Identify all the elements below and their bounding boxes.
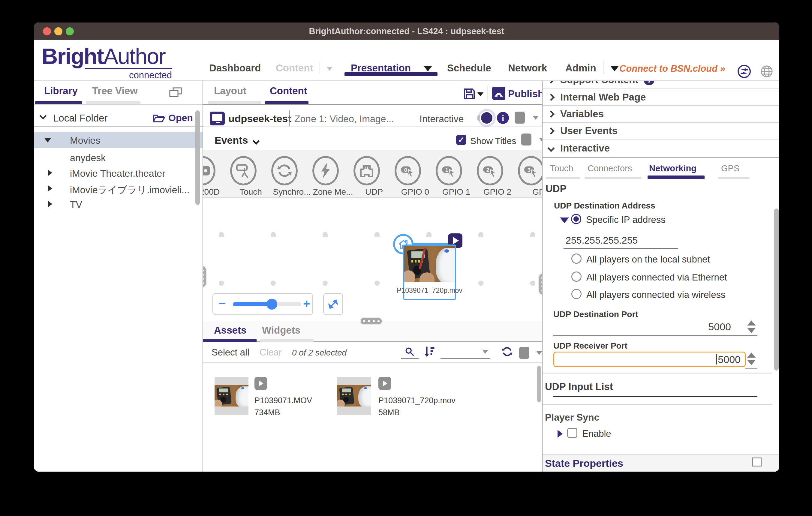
sidebar-scrollbar[interactable] [195, 111, 200, 205]
titles-dropdown-icon[interactable] [539, 138, 543, 142]
panel-resize-handle[interactable] [538, 273, 543, 295]
radio-label[interactable]: All players connected via Ethernet [586, 272, 727, 283]
presentation-dropdown-icon[interactable] [424, 66, 432, 71]
admin-dropdown-icon[interactable] [611, 66, 618, 71]
content-dropdown-icon[interactable] [326, 67, 332, 71]
event-synchronize[interactable]: Synchro... [271, 150, 312, 198]
tab-connectors[interactable]: Connectors [587, 163, 632, 173]
specific-ip-radio[interactable] [571, 214, 581, 224]
asset-color-swatch[interactable] [519, 347, 529, 359]
udp-input-list-field[interactable] [553, 396, 757, 397]
fit-canvas-button[interactable] [323, 293, 343, 315]
expand-icon[interactable] [48, 170, 52, 176]
nav-content[interactable]: Content [276, 62, 313, 74]
tree-row[interactable]: anydesk [34, 149, 203, 165]
filter-dropdown[interactable] [440, 358, 490, 359]
section-user-events[interactable]: User Events [543, 123, 779, 139]
presentation-canvas[interactable]: P1039071_720p.mov − + [203, 198, 543, 321]
selected-media-card[interactable]: P1039071_720p.mov [403, 244, 456, 300]
tree-row[interactable]: iMovieライブラリ.imovieli... [34, 181, 203, 196]
tree-root-label[interactable]: Movies [70, 135, 100, 146]
event-gpio2[interactable]: 2 GPIO 2 [477, 150, 518, 198]
zone-color-swatch[interactable] [515, 112, 525, 124]
event-touch[interactable]: Touch [230, 150, 271, 198]
close-window-icon[interactable] [43, 27, 51, 35]
event-gpio3[interactable]: 3 GP [518, 150, 543, 198]
dest-port-stepper[interactable] [745, 321, 757, 333]
expand-icon[interactable] [48, 185, 52, 192]
interactive-toggle-knob[interactable] [480, 111, 494, 125]
open-button[interactable]: Open [168, 113, 193, 124]
transfer-icon[interactable] [737, 64, 751, 80]
zoom-slider-knob[interactable] [266, 299, 277, 310]
tab-tree-view[interactable]: Tree View [92, 85, 138, 97]
tree-row[interactable]: iMovie Theater.theater [34, 165, 203, 181]
sort-icon[interactable] [423, 345, 436, 359]
maximize-window-icon[interactable] [66, 27, 74, 35]
zoom-out-button[interactable]: − [219, 296, 226, 310]
zoom-in-button[interactable]: + [303, 297, 310, 310]
player-sync-enable-checkbox[interactable] [567, 428, 577, 438]
connect-bsn-link[interactable]: Connect to BSN.cloud » [619, 63, 725, 74]
enable-label[interactable]: Enable [582, 428, 611, 439]
specific-ip-label[interactable]: Specific IP address [586, 214, 666, 225]
publish-icon[interactable] [492, 86, 505, 101]
receiver-port-input-focused[interactable]: 5000 [553, 352, 746, 367]
filter-dropdown-icon[interactable] [482, 350, 488, 354]
video-thumbnail[interactable] [214, 377, 249, 415]
event-gpio1[interactable]: 1 GPIO 1 [436, 150, 477, 198]
open-folder-icon[interactable] [152, 113, 165, 125]
assets-resize-handle[interactable] [360, 317, 383, 325]
titles-color-swatch[interactable] [521, 133, 531, 146]
section-internal-web-page[interactable]: Internal Web Page [543, 89, 779, 105]
events-collapse-icon[interactable] [252, 138, 260, 145]
expand-icon[interactable] [557, 430, 563, 438]
select-all-button[interactable]: Select all [211, 347, 249, 358]
radio-label[interactable]: All players connected via wireless [586, 290, 726, 300]
globe-icon[interactable] [760, 65, 773, 79]
receiver-port-stepper[interactable] [745, 353, 757, 365]
asset-dropdown-icon[interactable] [536, 351, 542, 355]
search-icon[interactable] [404, 345, 415, 359]
section-variables[interactable]: Variables [543, 106, 779, 122]
ethernet-radio[interactable] [571, 272, 582, 282]
event-udp[interactable]: UDP [353, 150, 395, 198]
tree-row-movies-selected[interactable]: Movies [34, 132, 203, 148]
collapse-icon[interactable] [560, 217, 569, 223]
radio-label[interactable]: All players on the local subnet [586, 254, 710, 265]
zone-dropdown-icon[interactable] [533, 116, 539, 120]
save-icon[interactable] [463, 88, 475, 101]
tab-gps[interactable]: GPS [721, 163, 740, 173]
tab-library[interactable]: Library [44, 85, 78, 97]
nav-admin[interactable]: Admin [566, 62, 596, 74]
dest-port-input[interactable]: 5000 [671, 321, 731, 333]
minimize-window-icon[interactable] [54, 27, 62, 35]
tab-widgets[interactable]: Widgets [262, 325, 300, 336]
asset-list-scrollbar[interactable] [537, 366, 541, 402]
asset-item[interactable]: P1039071.MOV 734MB [203, 364, 335, 454]
collapse-icon[interactable] [44, 138, 51, 143]
local-folder-collapse-icon[interactable] [39, 112, 47, 119]
event-bp200d[interactable]: 200D [203, 150, 230, 198]
save-dropdown-icon[interactable] [477, 92, 484, 96]
tab-content[interactable]: Content [270, 85, 307, 97]
panel-resize-handle[interactable] [203, 266, 207, 288]
nav-network[interactable]: Network [508, 62, 547, 74]
detach-panel-icon[interactable] [752, 457, 762, 466]
tab-networking[interactable]: Networking [649, 163, 696, 173]
tab-touch[interactable]: Touch [550, 163, 573, 173]
section-support-content-clipped[interactable]: Support Content i [543, 81, 779, 89]
nav-schedule[interactable]: Schedule [447, 62, 491, 74]
clear-button[interactable]: Clear [260, 347, 282, 358]
section-interactive[interactable]: Interactive [543, 140, 779, 157]
expand-icon[interactable] [48, 201, 52, 207]
video-thumbnail[interactable] [337, 377, 371, 415]
play-icon[interactable] [378, 377, 391, 390]
detach-panel-icon[interactable] [169, 87, 182, 99]
tab-layout[interactable]: Layout [214, 85, 246, 97]
inspector-scrollbar[interactable] [774, 209, 779, 370]
refresh-icon[interactable] [501, 345, 514, 359]
tree-item-label[interactable]: TV [70, 199, 82, 210]
local-subnet-radio[interactable] [571, 253, 582, 264]
tree-item-label[interactable]: iMovie Theater.theater [70, 168, 165, 179]
